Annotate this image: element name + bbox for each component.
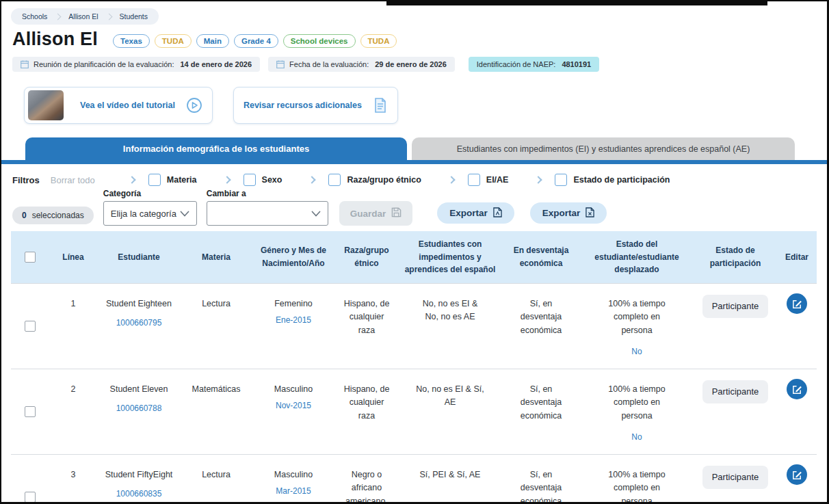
column-header: Editar xyxy=(777,244,817,271)
tab-demographic-info[interactable]: Información demográfica de los estudiant… xyxy=(25,137,407,160)
badge-list: Texas TUDA Main Grade 4 School devices T… xyxy=(113,34,397,48)
pdf-file-icon xyxy=(493,207,502,220)
participation-status-badge: Participante xyxy=(702,466,769,489)
economic-status: Sí, en desventaja económica xyxy=(502,369,580,454)
bulk-actions-bar: 0 seleccionadas Categoría Elija la categ… xyxy=(12,189,827,226)
tab-sd-ell[interactable]: Estudiantes con impedimentos (EI) y estu… xyxy=(412,137,795,160)
video-thumbnail xyxy=(28,90,64,120)
chevron-right-icon xyxy=(55,13,62,20)
displaced-status-link[interactable]: No xyxy=(631,345,642,358)
sd-ell-status: No, no es EI & No, no es AE xyxy=(398,284,502,369)
info-chips: Reunión de planificación de la evaluació… xyxy=(12,57,827,72)
additional-resources-button[interactable]: Revisar recursos adicionales xyxy=(233,87,398,124)
filter-label: Estado de participación xyxy=(573,175,670,185)
birth-month-link[interactable]: Nov-2015 xyxy=(276,399,311,412)
chevron-right-icon xyxy=(128,176,135,183)
save-button-label: Guardar xyxy=(350,209,386,219)
tab-bar: Información demográfica de los estudiant… xyxy=(1,137,827,160)
breadcrumb: Schools Allison El Students xyxy=(11,8,159,25)
play-icon xyxy=(186,97,202,114)
race-ethnicity: Hispano, de cualquier raza xyxy=(335,369,398,454)
excel-file-icon xyxy=(585,207,594,220)
filter-checkbox[interactable] xyxy=(555,174,567,186)
export-excel-button[interactable]: Exportar xyxy=(530,202,607,224)
line-number: 3 xyxy=(49,455,97,504)
economic-status: Sí, en desventaja económica xyxy=(502,284,580,369)
gender: Masculino xyxy=(257,468,330,481)
school-badge: TUDA xyxy=(155,34,192,48)
save-button[interactable]: Guardar xyxy=(339,201,413,226)
breadcrumb-allison-el[interactable]: Allison El xyxy=(68,12,98,21)
race-ethnicity: Negro o africano americano, xyxy=(335,455,398,504)
birth-month-link[interactable]: Mar-2015 xyxy=(276,485,311,498)
filter-label: Raza/grupo étnico xyxy=(347,175,421,185)
filter-item: Sexo xyxy=(224,174,282,186)
filter-item: Raza/grupo étnico xyxy=(309,174,421,186)
school-badge: Main xyxy=(196,34,229,48)
document-icon xyxy=(373,97,388,114)
change-to-select[interactable] xyxy=(207,201,328,226)
column-header: Línea xyxy=(49,244,97,271)
category-select[interactable]: Elija la categoría xyxy=(103,201,197,226)
info-chip: Identificación de NAEP: 4810191 xyxy=(469,57,599,72)
filter-checkbox[interactable] xyxy=(468,174,480,186)
subject: Lectura xyxy=(181,284,252,369)
export-pdf-button[interactable]: Exportar xyxy=(437,202,514,224)
column-header: Raza/grupo étnico xyxy=(335,237,398,276)
student-id-link[interactable]: 1000660788 xyxy=(116,402,162,415)
filter-item: EI/AE xyxy=(449,174,509,186)
app-window: Schools Allison El Students Allison El T… xyxy=(0,0,829,504)
student-id-link[interactable]: 1000660795 xyxy=(116,317,162,330)
student-name: Student Eleven xyxy=(103,383,175,396)
column-header: Materia xyxy=(181,244,252,271)
chevron-right-icon xyxy=(105,13,112,20)
chevron-right-icon xyxy=(535,176,542,183)
row-checkbox[interactable] xyxy=(25,321,36,332)
row-checkbox-cell xyxy=(11,455,49,504)
calendar-icon xyxy=(21,60,29,68)
filter-items: Materia Sexo Raza/grupo étnico EI/AE Est… xyxy=(129,174,698,186)
sd-ell-status: Sí, PEI & Sí, AE xyxy=(398,455,502,504)
category-select-value: Elija la categoría xyxy=(111,209,176,219)
school-badge: Grade 4 xyxy=(234,34,278,48)
table-row: 3 Student FiftyEight 1000660835 Lectura … xyxy=(11,454,817,504)
students-table: Línea Estudiante Materia Género y Mes de… xyxy=(11,231,817,504)
table-row: 1 Student Eighteen 1000660795 Lectura Fe… xyxy=(11,283,817,369)
breadcrumb-students[interactable]: Students xyxy=(120,12,148,21)
category-label: Categoría xyxy=(103,189,197,198)
info-chip-value: 14 de enero de 2026 xyxy=(180,60,252,68)
birth-month-link[interactable]: Ene-2015 xyxy=(276,314,311,327)
student-id-link[interactable]: 1000660835 xyxy=(116,488,162,501)
change-to-label: Cambiar a xyxy=(207,189,328,198)
selected-count-badge: 0 seleccionadas xyxy=(12,207,94,224)
filter-checkbox[interactable] xyxy=(244,174,256,186)
school-badge: Texas xyxy=(113,34,150,48)
gender: Masculino xyxy=(257,383,330,396)
participation-status-badge: Participante xyxy=(702,380,769,403)
selected-count: 0 xyxy=(22,211,27,220)
clear-all-filters-button[interactable]: Borrar todo xyxy=(51,175,95,185)
info-chip-label: Reunión de planificación de la evaluació… xyxy=(34,60,174,68)
row-checkbox[interactable] xyxy=(25,492,36,503)
row-checkbox[interactable] xyxy=(25,406,36,417)
info-chip-label: Identificación de NAEP: xyxy=(477,60,556,68)
filter-checkbox[interactable] xyxy=(148,174,161,186)
row-checkbox-cell xyxy=(11,284,49,369)
save-icon xyxy=(391,207,402,220)
race-ethnicity: Hispano, de cualquier raza xyxy=(335,284,398,369)
chevron-right-icon xyxy=(308,176,316,183)
edit-button[interactable] xyxy=(787,379,807,399)
edit-button[interactable] xyxy=(787,293,807,314)
student-name: Student FiftyEight xyxy=(103,468,175,481)
filter-checkbox[interactable] xyxy=(328,174,341,186)
chevron-right-icon xyxy=(223,176,231,183)
edit-button[interactable] xyxy=(787,464,807,485)
subject: Lectura xyxy=(181,455,252,504)
breadcrumb-schools[interactable]: Schools xyxy=(22,12,47,21)
selected-count-label: seleccionadas xyxy=(32,211,84,220)
select-all-cell xyxy=(11,252,49,263)
select-all-checkbox[interactable] xyxy=(25,252,36,263)
tutorial-video-button[interactable]: Vea el vídeo del tutorial xyxy=(24,87,213,124)
displaced-status-link[interactable]: No xyxy=(631,431,642,444)
resources-label: Revisar recursos adicionales xyxy=(244,101,362,110)
